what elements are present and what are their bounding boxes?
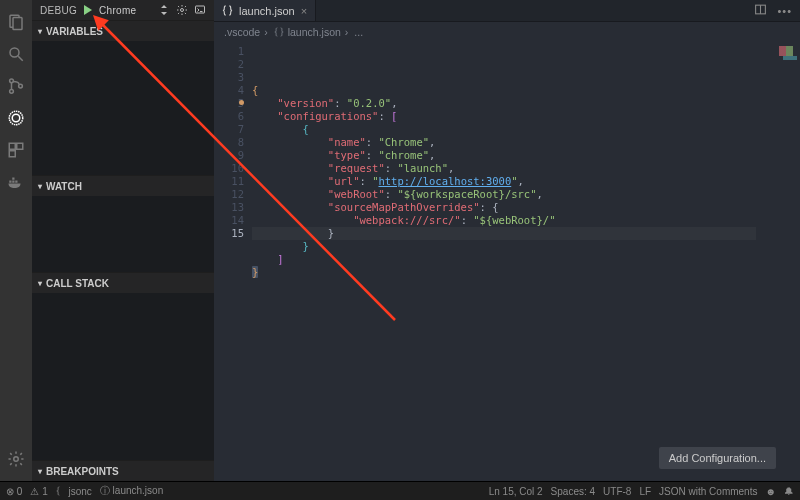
editor-area: launch.json × ••• .vscode› launch.json› … bbox=[214, 0, 800, 481]
debug-side-panel: DEBUG Chrome ▾VARIABLES bbox=[32, 0, 214, 481]
svg-point-5 bbox=[10, 89, 14, 93]
gear-icon[interactable] bbox=[176, 4, 188, 16]
json-file-icon bbox=[222, 5, 233, 16]
notifications-icon[interactable]: 🔔︎ bbox=[784, 486, 794, 497]
status-errors[interactable]: ⊗ 0 bbox=[6, 486, 22, 497]
breadcrumbs[interactable]: .vscode› launch.json› ... bbox=[214, 22, 800, 42]
settings-gear-icon[interactable] bbox=[0, 443, 32, 475]
svg-point-2 bbox=[10, 48, 19, 57]
breakpoints-section: ▾BREAKPOINTS bbox=[32, 460, 214, 481]
variables-section: ▾VARIABLES bbox=[32, 20, 214, 175]
code-area[interactable]: 123456789101112131415 { "version": "0.2.… bbox=[214, 42, 800, 481]
minimap[interactable] bbox=[776, 42, 800, 481]
code-content[interactable]: { "version": "0.2.0", "configurations": … bbox=[252, 42, 776, 481]
watch-section: ▾WATCH bbox=[32, 175, 214, 272]
status-warnings[interactable]: ⚠ 1 bbox=[30, 486, 47, 497]
breadcrumb-folder[interactable]: .vscode› bbox=[224, 26, 268, 38]
editor-tab-bar: launch.json × ••• bbox=[214, 0, 800, 22]
svg-rect-14 bbox=[15, 181, 17, 183]
feedback-icon[interactable]: ☻ bbox=[765, 486, 776, 497]
breadcrumb-file[interactable]: launch.json› bbox=[274, 26, 349, 38]
svg-point-8 bbox=[12, 114, 20, 122]
close-icon[interactable]: × bbox=[301, 5, 307, 17]
svg-point-4 bbox=[10, 79, 14, 83]
debug-console-icon[interactable] bbox=[194, 4, 206, 16]
status-lang-mode[interactable]: jsonc bbox=[56, 486, 92, 497]
call-stack-header[interactable]: ▾CALL STACK bbox=[32, 273, 214, 293]
svg-rect-13 bbox=[12, 181, 14, 183]
activity-bar bbox=[0, 0, 32, 481]
debug-icon[interactable] bbox=[0, 102, 32, 134]
warning-glyph-icon bbox=[239, 100, 244, 105]
status-encoding[interactable]: UTF-8 bbox=[603, 486, 631, 497]
svg-rect-11 bbox=[9, 151, 15, 157]
tab-filename: launch.json bbox=[239, 5, 295, 17]
start-debug-button[interactable] bbox=[83, 5, 93, 15]
svg-point-16 bbox=[14, 457, 19, 462]
debug-config-select[interactable]: Chrome bbox=[99, 5, 152, 16]
debug-header: DEBUG Chrome bbox=[32, 0, 214, 20]
chevron-down-icon: ▾ bbox=[38, 279, 42, 288]
split-editor-icon[interactable] bbox=[754, 3, 767, 18]
more-icon[interactable]: ••• bbox=[777, 5, 792, 17]
watch-header[interactable]: ▾WATCH bbox=[32, 176, 214, 196]
status-spaces[interactable]: Spaces: 4 bbox=[551, 486, 595, 497]
chevron-down-icon: ▾ bbox=[38, 467, 42, 476]
add-configuration-button[interactable]: Add Configuration... bbox=[659, 447, 776, 469]
status-eol[interactable]: LF bbox=[639, 486, 651, 497]
chevron-down-icon: ▾ bbox=[38, 27, 42, 36]
breadcrumb-tail[interactable]: ... bbox=[354, 26, 363, 38]
line-number-gutter: 123456789101112131415 bbox=[214, 42, 252, 481]
svg-rect-12 bbox=[9, 181, 11, 183]
docker-icon[interactable] bbox=[0, 166, 32, 198]
svg-point-17 bbox=[181, 9, 184, 12]
tab-launch-json[interactable]: launch.json × bbox=[214, 0, 316, 21]
breakpoints-header[interactable]: ▾BREAKPOINTS bbox=[32, 461, 214, 481]
call-stack-section: ▾CALL STACK bbox=[32, 272, 214, 460]
svg-point-6 bbox=[19, 84, 23, 88]
chevron-down-icon: ▾ bbox=[38, 182, 42, 191]
svg-rect-1 bbox=[13, 18, 22, 30]
svg-rect-15 bbox=[12, 178, 14, 180]
extensions-icon[interactable] bbox=[0, 134, 32, 166]
svg-rect-9 bbox=[9, 143, 15, 149]
status-bar: ⊗ 0 ⚠ 1 jsonc ⓘ launch.json Ln 15, Col 2… bbox=[0, 481, 800, 500]
tab-actions: ••• bbox=[746, 0, 800, 21]
source-control-icon[interactable] bbox=[0, 70, 32, 102]
status-active-file[interactable]: ⓘ launch.json bbox=[100, 484, 163, 498]
svg-point-7 bbox=[9, 111, 23, 125]
svg-rect-10 bbox=[17, 143, 23, 149]
explorer-icon[interactable] bbox=[0, 6, 32, 38]
status-language[interactable]: JSON with Comments bbox=[659, 486, 757, 497]
search-icon[interactable] bbox=[0, 38, 32, 70]
variables-header[interactable]: ▾VARIABLES bbox=[32, 21, 214, 41]
status-position[interactable]: Ln 15, Col 2 bbox=[489, 486, 543, 497]
chevron-updown-icon[interactable] bbox=[158, 4, 170, 16]
debug-label: DEBUG bbox=[40, 5, 77, 16]
svg-line-3 bbox=[18, 56, 23, 61]
